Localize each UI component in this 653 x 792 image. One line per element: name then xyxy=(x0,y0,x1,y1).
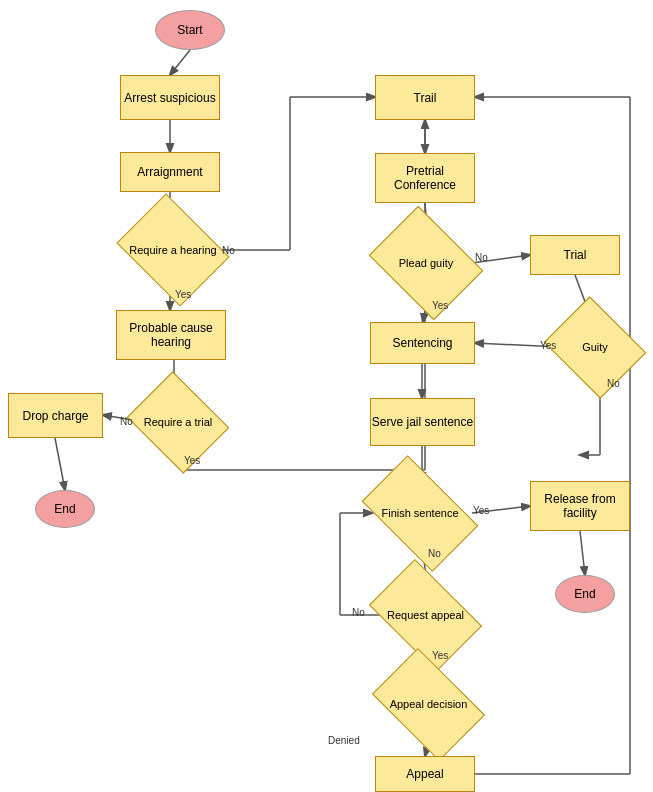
plead-guilty-label: Plead guity xyxy=(399,256,453,270)
end2-node: End xyxy=(555,575,615,613)
appeal-node: Appeal xyxy=(375,756,475,792)
require-trial-node: Require a trial xyxy=(138,390,218,455)
arraignment-node: Arraignment xyxy=(120,152,220,192)
appeal-decision-node: Appeal decision xyxy=(381,672,476,737)
require-trial-no-label: No xyxy=(120,416,133,427)
require-hearing-no-label: No xyxy=(222,245,235,256)
require-trial-yes-label: Yes xyxy=(184,455,200,466)
guilty-yes-label: Yes xyxy=(540,340,556,351)
arraignment-label: Arraignment xyxy=(137,165,202,179)
finish-sentence-node: Finish sentence xyxy=(370,481,470,546)
probable-cause-node: Probable cause hearing xyxy=(116,310,226,360)
plead-guilty-yes-label: Yes xyxy=(432,300,448,311)
request-appeal-label: Request appeal xyxy=(387,608,464,622)
require-hearing-node: Require a hearing xyxy=(128,215,218,285)
end1-node: End xyxy=(35,490,95,528)
serve-jail-node: Serve jail sentence xyxy=(370,398,475,446)
arrest-node: Arrest suspicious xyxy=(120,75,220,120)
drop-charge-node: Drop charge xyxy=(8,393,103,438)
probable-cause-label: Probable cause hearing xyxy=(117,321,225,349)
finish-sentence-yes-label: Yes xyxy=(473,505,489,516)
plead-guilty-no-label: No xyxy=(475,252,488,263)
release-label: Release from facility xyxy=(531,492,629,520)
guilty-node: Guity xyxy=(555,315,635,380)
drop-charge-label: Drop charge xyxy=(22,409,88,423)
appeal-decision-label: Appeal decision xyxy=(390,697,468,711)
request-appeal-yes-label: Yes xyxy=(432,650,448,661)
flowchart-canvas: Start Arrest suspicious Arraignment Requ… xyxy=(0,0,653,792)
release-node: Release from facility xyxy=(530,481,630,531)
trail-label: Trail xyxy=(414,91,437,105)
guilty-no-label: No xyxy=(607,378,620,389)
arrest-label: Arrest suspicious xyxy=(124,91,215,105)
trial-node: Trial xyxy=(530,235,620,275)
svg-line-0 xyxy=(170,50,190,75)
finish-sentence-label: Finish sentence xyxy=(381,506,458,520)
start-node: Start xyxy=(155,10,225,50)
require-trial-label: Require a trial xyxy=(144,415,212,429)
require-hearing-label: Require a hearing xyxy=(129,243,216,257)
sentencing-node: Sentencing xyxy=(370,322,475,364)
appeal-label: Appeal xyxy=(406,767,443,781)
guilty-label: Guity xyxy=(582,340,608,354)
trial-label: Trial xyxy=(564,248,587,262)
svg-line-12 xyxy=(55,438,65,490)
end1-label: End xyxy=(54,502,75,516)
request-appeal-node: Request appeal xyxy=(378,583,473,648)
svg-line-24 xyxy=(580,531,585,575)
plead-guilty-node: Plead guity xyxy=(380,228,472,298)
appeal-decision-denied-label: Denied xyxy=(328,735,360,746)
request-appeal-no-label: No xyxy=(352,607,365,618)
pretrial-label: Pretrial Conference xyxy=(376,164,474,192)
pretrial-node: Pretrial Conference xyxy=(375,153,475,203)
require-hearing-yes-label: Yes xyxy=(175,289,191,300)
finish-sentence-no-label: No xyxy=(428,548,441,559)
trail-node: Trail xyxy=(375,75,475,120)
start-label: Start xyxy=(177,23,202,37)
serve-jail-label: Serve jail sentence xyxy=(372,415,473,429)
end2-label: End xyxy=(574,587,595,601)
sentencing-label: Sentencing xyxy=(392,336,452,350)
